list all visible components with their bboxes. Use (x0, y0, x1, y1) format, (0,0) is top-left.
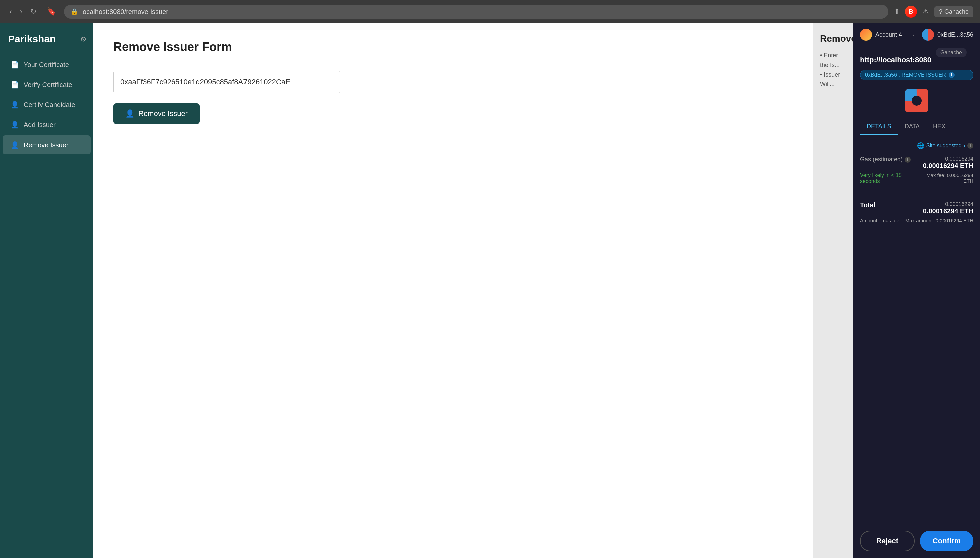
lock-icon: 🔒 (71, 8, 78, 15)
page-content: Remove Issuer Form 👤 Remove Issuer (93, 23, 813, 558)
add-issuer-icon: 👤 (11, 121, 19, 129)
mm-pie-area (853, 86, 980, 119)
site-suggested-info-icon[interactable]: i (967, 143, 973, 149)
remove-issuer-person-icon: 👤 (125, 110, 134, 118)
bookmark-button[interactable]: 🔖 (44, 6, 59, 17)
question-icon: ? (939, 8, 942, 15)
remove-issuer-label: Remove Issuer (138, 110, 188, 118)
chevron-right-icon: › (964, 143, 965, 149)
mm-contract-text: 0xBdE...3a56 : REMOVE ISSUER (865, 72, 946, 78)
certificate-icon: 📄 (11, 61, 19, 69)
sidebar-item-your-certificate[interactable]: 📄 Your Certificate (3, 56, 91, 74)
sidebar: Parikshan ⎋ 📄 Your Certificate 📄 Verify … (0, 23, 93, 558)
browser-actions: ⬆ B ⚠ (893, 6, 929, 18)
mm-account-right[interactable]: 0xBdE...3a56 (922, 29, 973, 41)
remove-issuer-button[interactable]: 👤 Remove Issuer (113, 103, 200, 124)
sidebar-item-add-issuer[interactable]: 👤 Add Issuer (3, 115, 91, 134)
mm-details: 🌐 Site suggested › i Gas (estimated) i 0… (853, 135, 980, 524)
tab-hex[interactable]: HEX (926, 119, 952, 135)
globe-icon: 🌐 (917, 142, 924, 149)
mm-likely-row: Very likely in < 15 seconds Max fee: 0.0… (860, 172, 973, 190)
sidebar-item-label: Certify Candidate (24, 101, 75, 109)
app-title: Parikshan ⎋ (0, 33, 93, 55)
mm-account-address: 0xBdE...3a56 (937, 31, 973, 38)
gas-info-icon[interactable]: i (905, 156, 911, 162)
mm-account-name: Account 4 (875, 31, 902, 38)
ganache-button[interactable]: ? Ganache (934, 7, 973, 17)
mm-arrow-icon: → (909, 31, 915, 39)
sidebar-item-label: Your Certificate (24, 61, 69, 69)
tab-details[interactable]: DETAILS (860, 119, 898, 135)
brave-icon: B (905, 6, 917, 18)
mm-actions: Reject Confirm (853, 524, 980, 558)
metamask-popup: Account 4 → 0xBdE...3a56 Ganache http://… (853, 23, 980, 558)
mm-total-values: 0.00016294 0.00016294 ETH (923, 201, 973, 215)
certify-icon: 👤 (11, 101, 19, 109)
mm-url: http://localhost:8080 (853, 56, 980, 70)
extensions-button[interactable]: ⚠ (922, 7, 929, 16)
mm-divider (860, 195, 973, 196)
browser-chrome: ‹ › ↻ 🔖 🔒 localhost:8080/remove-issuer ⬆… (0, 0, 980, 23)
ganache-label: Ganache (944, 8, 969, 15)
confirm-button[interactable]: Confirm (920, 531, 973, 551)
page-title: Remove Issuer Form (113, 40, 793, 54)
reload-button[interactable]: ↻ (28, 6, 39, 17)
verify-icon: 📄 (11, 81, 19, 89)
gas-value-small: 0.00016294 (923, 156, 973, 162)
main-area: Parikshan ⎋ 📄 Your Certificate 📄 Verify … (0, 23, 980, 558)
mm-header: Account 4 → 0xBdE...3a56 (853, 23, 980, 46)
sidebar-item-remove-issuer[interactable]: 👤 Remove Issuer (3, 136, 91, 154)
amount-gas-label: Amount + gas fee (860, 218, 899, 223)
mm-gas-label: Gas (estimated) i (860, 156, 911, 163)
partial-bullet2: • Issuer Will... (820, 70, 847, 89)
mm-avatar-left (860, 29, 872, 41)
partial-bullet1: • Enter the Is... (820, 51, 847, 70)
back-button[interactable]: ‹ (7, 6, 14, 17)
gas-value-large: 0.00016294 ETH (923, 162, 973, 169)
page-partial: Remove • Enter the Is... • Issuer Will..… (813, 23, 853, 558)
mm-contract-badge: 0xBdE...3a56 : REMOVE ISSUER i (860, 70, 973, 80)
partial-title: Remove (820, 33, 847, 44)
max-amount: Max amount: 0.00016294 ETH (905, 218, 973, 223)
mm-account-left[interactable]: Account 4 (860, 29, 902, 41)
total-large: 0.00016294 ETH (923, 207, 973, 215)
nav-buttons: ‹ › ↻ (7, 6, 39, 17)
mm-total-label: Total (860, 201, 875, 209)
share-button[interactable]: ⬆ (893, 7, 900, 16)
sidebar-export-icon[interactable]: ⎋ (81, 35, 85, 43)
svg-point-2 (912, 96, 921, 105)
mm-avatar-right (922, 29, 934, 41)
mm-gas-row: Gas (estimated) i 0.00016294 0.00016294 … (860, 156, 973, 169)
address-bar[interactable]: 🔒 localhost:8080/remove-issuer (64, 5, 888, 19)
url-text: localhost:8080/remove-issuer (82, 8, 169, 16)
mm-gas-values: 0.00016294 0.00016294 ETH (923, 156, 973, 169)
sidebar-item-verify-certificate[interactable]: 📄 Verify Certificate (3, 75, 91, 94)
site-suggested-text: Site suggested (926, 143, 962, 149)
forward-button[interactable]: › (17, 6, 25, 17)
tab-data[interactable]: DATA (898, 119, 926, 135)
mm-total-row: Total 0.00016294 0.00016294 ETH (860, 201, 973, 215)
mm-info-icon[interactable]: i (949, 72, 955, 78)
reject-button[interactable]: Reject (860, 531, 915, 551)
remove-issuer-icon: 👤 (11, 141, 19, 149)
sidebar-item-label: Add Issuer (24, 121, 56, 129)
mm-tabs: DETAILS DATA HEX (860, 119, 973, 135)
sidebar-item-label: Remove Issuer (24, 141, 69, 149)
issuer-address-input[interactable] (113, 71, 340, 94)
mm-site-suggested[interactable]: 🌐 Site suggested › i (860, 142, 973, 149)
sidebar-item-certify-candidate[interactable]: 👤 Certify Candidate (3, 95, 91, 114)
sidebar-item-label: Verify Certificate (24, 81, 72, 89)
total-small: 0.00016294 (923, 201, 973, 207)
mm-total-sub: Amount + gas fee Max amount: 0.00016294 … (860, 218, 973, 223)
mm-likely-text: Very likely in < 15 seconds (860, 172, 919, 184)
mm-pie-chart (905, 89, 928, 112)
mm-max-fee: Max fee: 0.00016294 ETH (919, 172, 973, 184)
